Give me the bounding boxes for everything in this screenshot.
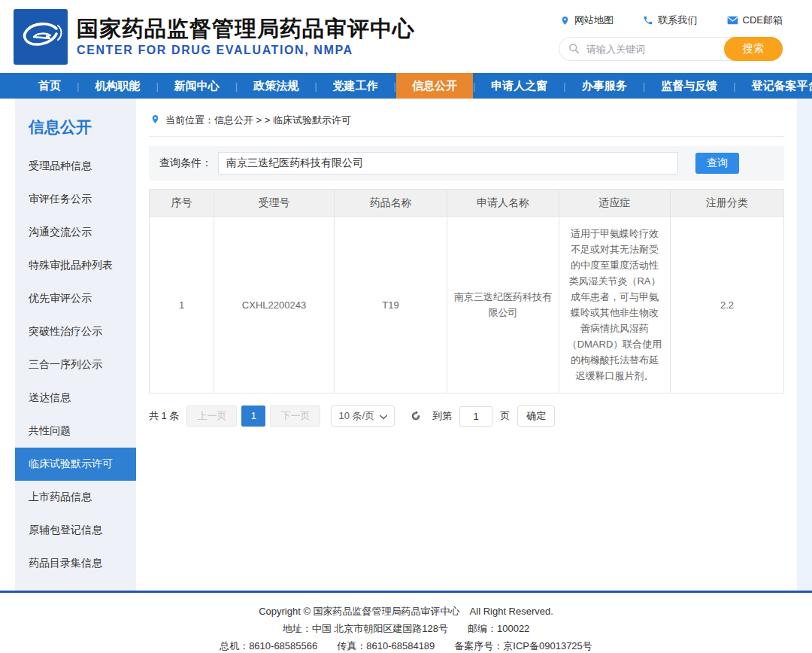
breadcrumb: 当前位置：信息公开 > > 临床试验默示许可 xyxy=(149,111,784,137)
goto-page-input[interactable] xyxy=(459,406,492,427)
breadcrumb-text: 当前位置：信息公开 > > 临床试验默示许可 xyxy=(165,114,351,127)
table-header-row: 序号受理号药品名称申请人名称适应症注册分类 xyxy=(150,190,784,217)
sidebar-item-6[interactable]: 突破性治疗公示 xyxy=(15,315,136,348)
query-input[interactable] xyxy=(218,152,678,175)
nav-item-6[interactable]: 信息公开 xyxy=(396,73,473,99)
sidebar-item-10[interactable]: 临床试验默示许可 xyxy=(15,448,136,481)
query-button[interactable]: 查询 xyxy=(695,153,739,174)
nav-item-2[interactable]: 机构职能 xyxy=(79,73,156,99)
nav-item-8[interactable]: 办事服务 xyxy=(566,73,643,99)
table-cell: CXHL2200243 xyxy=(214,217,335,393)
page: 国家药品监督管理局药品审评中心 CENTER FOR DRUG EVALUATI… xyxy=(0,0,812,653)
sidebar-item-2[interactable]: 审评任务公示 xyxy=(15,183,136,216)
quick-link-label: 网站地图 xyxy=(574,14,614,27)
goto-prefix-label: 到第 xyxy=(432,409,452,423)
breadcrumb-pin-icon xyxy=(150,114,160,127)
table-cell: 2.2 xyxy=(671,217,784,393)
column-header: 序号 xyxy=(150,190,214,217)
quick-link-label: 联系我们 xyxy=(658,14,697,27)
brand-title: 国家药品监督管理局药品审评中心 xyxy=(77,16,415,41)
table-cell: 1 xyxy=(150,217,214,393)
quick-link-3[interactable]: CDE邮箱 xyxy=(727,14,783,27)
content-wrap: 信息公开 受理品种信息审评任务公示沟通交流公示特殊审批品种列表优先审评公示突破性… xyxy=(0,99,797,591)
pagination-bar: 共 1 条 上一页 1 下一页 10 条/页 到第 页 xyxy=(149,405,784,427)
footer-copyright: Copyright © 国家药品监督管理局药品审评中心 All Right Re… xyxy=(0,603,812,620)
sidebar-items: 受理品种信息审评任务公示沟通交流公示特殊审批品种列表优先审评公示突破性治疗公示三… xyxy=(15,150,136,591)
nav-item-5[interactable]: 党建工作 xyxy=(317,73,394,99)
site-searchbar: 搜索 xyxy=(559,37,783,61)
sidebar-item-14[interactable]: 重点工作 xyxy=(15,580,136,591)
query-bar: 查询条件： 查询 xyxy=(149,146,784,181)
confirm-page-button[interactable]: 确定 xyxy=(517,405,555,427)
mail-icon xyxy=(727,16,738,25)
page-size-value: 10 条/页 xyxy=(338,409,374,423)
table-cell: 南京三迭纪医药科技有限公司 xyxy=(447,217,559,393)
main-nav: 首页|机构职能|新闻中心|政策法规|党建工作|信息公开|申请人之窗|办事服务|监… xyxy=(0,73,812,99)
nav-item-3[interactable]: 新闻中心 xyxy=(159,73,235,99)
main-panel: 当前位置：信息公开 > > 临床试验默示许可 查询条件： 查询 序号受理号药品名… xyxy=(136,99,797,427)
prev-page-button[interactable]: 上一页 xyxy=(186,405,237,427)
nav-item-10[interactable]: 登记备案平台 xyxy=(736,73,812,99)
sidebar-item-7[interactable]: 三合一序列公示 xyxy=(15,348,136,381)
sidebar-item-11[interactable]: 上市药品信息 xyxy=(15,481,136,514)
page-number-1[interactable]: 1 xyxy=(241,405,265,427)
goto-suffix-label: 页 xyxy=(500,409,510,423)
column-header: 申请人名称 xyxy=(447,190,559,217)
quick-link-1[interactable]: 网站地图 xyxy=(560,14,614,27)
brand-block: 国家药品监督管理局药品审评中心 CENTER FOR DRUG EVALUATI… xyxy=(77,16,415,57)
cde-logo xyxy=(14,9,68,65)
header-right: 网站地图联系我们CDE邮箱 搜索 xyxy=(559,12,784,61)
content-region: 信息公开 受理品种信息审评任务公示沟通交流公示特殊审批品种列表优先审评公示突破性… xyxy=(0,99,812,591)
nav-item-1[interactable]: 首页 xyxy=(23,73,77,99)
brand-subtitle: CENTER FOR DRUG EVALUATION, NMPA xyxy=(77,44,415,57)
footer-contact: 总机：8610-68585566 传真：8610-68584189 备案序号：京… xyxy=(0,637,812,653)
pagination-total: 共 1 条 xyxy=(149,409,179,423)
sidebar-item-12[interactable]: 原辅包登记信息 xyxy=(15,514,136,547)
sidebar-title: 信息公开 xyxy=(15,111,136,150)
column-header: 注册分类 xyxy=(671,190,784,217)
sidebar-item-1[interactable]: 受理品种信息 xyxy=(15,150,136,183)
column-header: 药品名称 xyxy=(335,190,447,217)
footer-address: 地址：中国 北京市朝阳区建国路128号 邮编：100022 xyxy=(0,620,812,637)
table-row: 1CXHL2200243T19南京三迭纪医药科技有限公司适用于甲氨蝶呤疗效不足或… xyxy=(150,217,784,393)
location-pin-icon xyxy=(560,15,570,26)
sidebar-item-5[interactable]: 优先审评公示 xyxy=(15,282,136,315)
sidebar-item-3[interactable]: 沟通交流公示 xyxy=(15,216,136,249)
sidebar-item-13[interactable]: 药品目录集信息 xyxy=(15,547,136,580)
site-header: 国家药品监督管理局药品审评中心 CENTER FOR DRUG EVALUATI… xyxy=(0,0,812,73)
nav-item-7[interactable]: 申请人之窗 xyxy=(475,73,563,99)
chevron-down-icon xyxy=(380,411,387,422)
results-table: 序号受理号药品名称申请人名称适应症注册分类 1CXHL2200243T19南京三… xyxy=(149,189,784,393)
quick-link-2[interactable]: 联系我们 xyxy=(643,14,697,27)
table-cell: T19 xyxy=(335,217,447,393)
phone-icon xyxy=(643,15,653,26)
quick-links: 网站地图联系我们CDE邮箱 xyxy=(560,14,783,27)
search-icon xyxy=(568,43,580,57)
sidebar-item-4[interactable]: 特殊审批品种列表 xyxy=(15,249,136,282)
table-cell: 适用于甲氨蝶呤疗效不足或对其无法耐受的中度至重度活动性类风湿关节炎（RA）成年患… xyxy=(559,217,671,393)
query-label: 查询条件： xyxy=(159,156,212,170)
sidebar-item-8[interactable]: 送达信息 xyxy=(15,381,136,415)
nav-item-9[interactable]: 监督与反馈 xyxy=(645,73,733,99)
column-header: 适应症 xyxy=(559,190,671,217)
next-page-button[interactable]: 下一页 xyxy=(270,405,320,427)
site-footer: Copyright © 国家药品监督管理局药品审评中心 All Right Re… xyxy=(0,591,812,653)
refresh-icon[interactable] xyxy=(410,410,422,422)
sidebar-item-9[interactable]: 共性问题 xyxy=(15,415,136,448)
page-size-select[interactable]: 10 条/页 xyxy=(331,405,395,427)
nav-item-4[interactable]: 政策法规 xyxy=(238,73,314,99)
column-header: 受理号 xyxy=(214,190,335,217)
sidebar: 信息公开 受理品种信息审评任务公示沟通交流公示特殊审批品种列表优先审评公示突破性… xyxy=(15,99,136,591)
search-button[interactable]: 搜索 xyxy=(724,37,783,61)
quick-link-label: CDE邮箱 xyxy=(743,14,783,27)
